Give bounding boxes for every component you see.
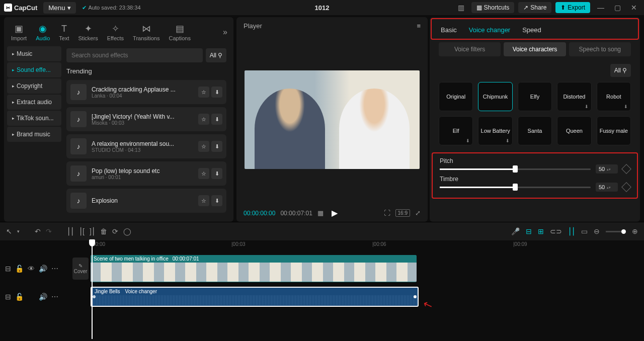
pointer-dropdown[interactable]: ▾ bbox=[17, 229, 20, 234]
grid-icon[interactable]: ▦ bbox=[317, 209, 324, 217]
redo-button[interactable]: ↷ bbox=[46, 227, 52, 235]
split-left-tool[interactable]: ⎮[ bbox=[79, 227, 85, 235]
zoom-out[interactable]: ⊖ bbox=[594, 227, 600, 235]
voice-robot[interactable]: Robot⬇ bbox=[597, 82, 631, 111]
ratio-button[interactable]: 16:9 bbox=[395, 209, 410, 217]
preview-tool[interactable]: ▭ bbox=[581, 227, 588, 235]
playhead[interactable] bbox=[92, 239, 93, 339]
track-lock[interactable]: 🔓 bbox=[15, 265, 24, 273]
export-button[interactable]: ⬆ Export bbox=[555, 2, 590, 13]
audio-track-collapse[interactable]: ⊟ bbox=[5, 293, 11, 301]
filter-button[interactable]: All ⚲ bbox=[206, 48, 226, 62]
tab-transitions[interactable]: ⋈Transitions bbox=[130, 21, 163, 43]
audio-track-mute[interactable]: 🔊 bbox=[39, 293, 47, 301]
track-more[interactable]: ⋯ bbox=[51, 265, 58, 273]
sound-item[interactable]: ♪ Pop (low) telop sound etcamuri · 00:01… bbox=[66, 161, 226, 186]
favorite-button[interactable]: ☆ bbox=[198, 87, 209, 98]
subtab-voice-characters[interactable]: Voice characters bbox=[504, 42, 566, 56]
favorite-button[interactable]: ☆ bbox=[198, 114, 209, 125]
sound-item[interactable]: ♪ Explosion ☆⬇ bbox=[66, 189, 226, 213]
voices-filter-button[interactable]: All ⚲ bbox=[610, 64, 631, 77]
voice-original[interactable]: Original bbox=[439, 82, 473, 111]
layout-icon[interactable]: ▥ bbox=[455, 2, 467, 14]
sound-item[interactable]: ♪ Crackling crackling Applause ...Lanka … bbox=[66, 80, 226, 104]
close-button[interactable]: ✕ bbox=[628, 2, 640, 14]
tab-basic[interactable]: Basic bbox=[441, 26, 457, 34]
timbre-value[interactable]: 50▴▾ bbox=[596, 183, 618, 192]
track-visible[interactable]: 👁 bbox=[28, 265, 35, 273]
shortcuts-button[interactable]: ▦ Shortcuts bbox=[471, 2, 515, 13]
mic-icon[interactable]: 🎤 bbox=[511, 227, 520, 235]
subtab-voice-filters[interactable]: Voice filters bbox=[439, 42, 501, 56]
sound-item[interactable]: ♪ [Jingle] Victory! (Yeah! With v...Miso… bbox=[66, 107, 226, 131]
sidebar-item-music[interactable]: ▸Music bbox=[7, 46, 61, 61]
marker-tool[interactable]: ◯ bbox=[123, 227, 131, 235]
zoom-slider[interactable] bbox=[606, 231, 626, 232]
sound-item[interactable]: ♪ A relaxing environmental sou...STUDIO … bbox=[66, 134, 226, 158]
share-button[interactable]: ↗ Share bbox=[518, 2, 551, 13]
tab-voice-changer[interactable]: Voice changer bbox=[469, 26, 510, 34]
download-button[interactable]: ⬇ bbox=[211, 87, 222, 98]
undo-button[interactable]: ↶ bbox=[35, 227, 41, 235]
voice-chipmunk[interactable]: Chipmunk bbox=[478, 82, 512, 111]
voice-santa[interactable]: Santa bbox=[518, 116, 552, 145]
tab-speed[interactable]: Speed bbox=[522, 26, 541, 34]
favorite-button[interactable]: ☆ bbox=[198, 168, 209, 179]
fullscreen-icon[interactable]: ⤢ bbox=[415, 209, 421, 217]
download-button[interactable]: ⬇ bbox=[211, 114, 222, 125]
voice-fussy-male[interactable]: Fussy male bbox=[597, 116, 631, 145]
track-collapse[interactable]: ⊟ bbox=[5, 265, 11, 273]
download-button[interactable]: ⬇ bbox=[211, 195, 222, 206]
maximize-button[interactable]: ▢ bbox=[611, 2, 624, 14]
download-button[interactable]: ⬇ bbox=[211, 141, 222, 152]
preview-video[interactable] bbox=[245, 70, 420, 169]
tab-effects[interactable]: ✧Effects bbox=[104, 21, 127, 43]
sidebar-item-brand-music[interactable]: ▸Brand music bbox=[7, 127, 61, 142]
search-input[interactable] bbox=[66, 48, 203, 62]
audio-clip[interactable]: Jingle Bells Voice changer bbox=[91, 287, 419, 307]
player-menu-icon[interactable]: ≡ bbox=[417, 22, 421, 30]
delete-tool[interactable]: 🗑 bbox=[100, 227, 107, 235]
audio-track-lock[interactable]: 🔓 bbox=[15, 293, 24, 301]
sidebar-item-copyright[interactable]: ▸Copyright bbox=[7, 78, 61, 94]
zoom-in[interactable]: ⊕ bbox=[632, 227, 638, 235]
tab-stickers[interactable]: ✦Stickers bbox=[75, 21, 101, 43]
pitch-slider[interactable] bbox=[440, 168, 591, 170]
focus-icon[interactable]: ⛶ bbox=[384, 209, 390, 217]
voice-elf[interactable]: Elf⬇ bbox=[439, 116, 473, 145]
voice-distorted[interactable]: Distorted⬇ bbox=[557, 82, 591, 111]
tab-text[interactable]: TText bbox=[56, 22, 72, 43]
timbre-slider[interactable] bbox=[440, 187, 591, 188]
sidebar-item-extract-audio[interactable]: ▸Extract audio bbox=[7, 95, 61, 110]
pitch-keyframe[interactable] bbox=[621, 164, 631, 174]
tab-captions[interactable]: ▤Captions bbox=[166, 21, 193, 43]
split-tool[interactable]: ⎮⎮ bbox=[67, 227, 74, 235]
video-clip[interactable]: Scene of two men talking in office 00:00… bbox=[91, 255, 417, 282]
favorite-button[interactable]: ☆ bbox=[198, 141, 209, 152]
split-right-tool[interactable]: ]⎮ bbox=[90, 227, 95, 235]
play-button[interactable]: ▶ bbox=[332, 208, 338, 218]
sidebar-item-tiktok-soun-[interactable]: ▸TikTok soun... bbox=[7, 111, 61, 126]
download-button[interactable]: ⬇ bbox=[211, 168, 222, 179]
cover-button[interactable]: ✎ Cover bbox=[72, 258, 89, 280]
magnet-tool[interactable]: ⊞ bbox=[538, 227, 544, 235]
tabs-more[interactable]: » bbox=[221, 26, 229, 39]
audio-track-more[interactable]: ⋯ bbox=[51, 293, 58, 301]
voice-elfy[interactable]: Elfy bbox=[518, 82, 552, 111]
pitch-value[interactable]: 50▴▾ bbox=[596, 164, 618, 174]
menu-button[interactable]: Menu ▾ bbox=[43, 2, 75, 14]
subtab-speech-to-song[interactable]: Speech to song bbox=[569, 42, 631, 56]
sidebar-item-sound-effe-[interactable]: ▸Sound effe... bbox=[7, 62, 61, 77]
record-tool[interactable]: ⟳ bbox=[112, 227, 118, 235]
pointer-tool[interactable]: ↖ bbox=[6, 227, 12, 235]
minimize-button[interactable]: — bbox=[594, 2, 607, 14]
tab-import[interactable]: ▣Import bbox=[8, 21, 30, 43]
align-tool[interactable]: ⎮⎮ bbox=[568, 227, 575, 235]
track-mute[interactable]: 🔊 bbox=[39, 265, 47, 273]
favorite-button[interactable]: ☆ bbox=[198, 195, 209, 206]
voice-queen[interactable]: Queen bbox=[557, 116, 591, 145]
timbre-keyframe[interactable] bbox=[621, 182, 631, 192]
snap-tool[interactable]: ⊟ bbox=[526, 227, 532, 235]
voice-low-battery[interactable]: Low Battery⬇ bbox=[478, 116, 512, 145]
link-tool[interactable]: ⊂⊃ bbox=[550, 227, 562, 235]
